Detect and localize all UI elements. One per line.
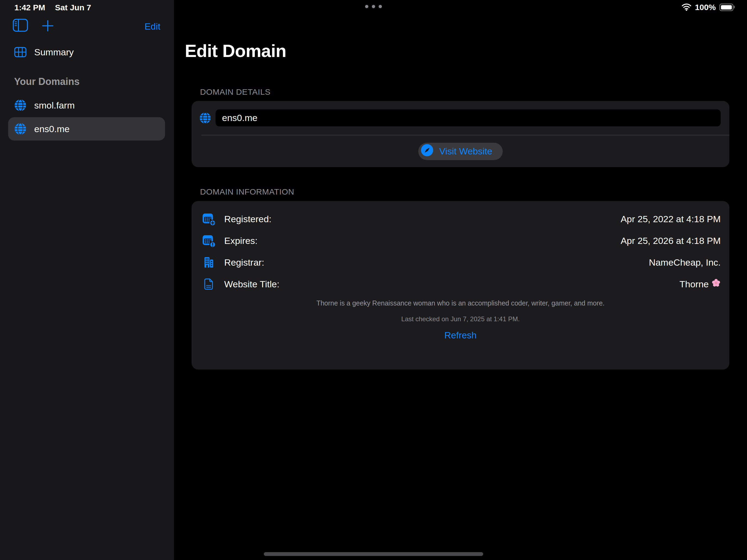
info-row-expires: Expires: Apr 25, 2026 at 4:18 PM [191,230,729,251]
info-label: Website Title: [224,279,279,290]
building-icon [202,256,215,269]
info-row-website-title: Website Title: Thorne [191,273,729,295]
status-date: Sat Jun 7 [55,3,91,12]
edit-button[interactable]: Edit [145,21,160,32]
statusbar-left: 1:42 PM Sat Jun 7 [15,3,91,12]
document-icon [202,277,215,291]
info-value: Apr 25, 2026 at 4:18 PM [620,236,721,246]
domain-name-input[interactable] [215,109,721,127]
sidebar-item-label: ens0.me [34,124,70,134]
domain-information-card: Registered: Apr 25, 2022 at 4:18 PM [191,201,729,370]
multitasking-dots[interactable] [365,5,382,8]
sidebar-item-domain-ens0-me[interactable]: ens0.me [8,117,165,140]
info-label: Expires: [224,236,258,246]
sidebar-item-label: smol.farm [34,100,75,111]
battery-percent: 100% [695,3,716,12]
visit-website-button[interactable]: Visit Website [418,143,503,160]
info-label: Registrar: [224,257,264,268]
sidebar: 1:42 PM Sat Jun 7 [0,0,174,560]
calendar-add-icon [202,212,215,226]
summary-grid-icon [14,47,27,57]
sidebar-item-domain-smol-farm[interactable]: smol.farm [8,94,165,117]
refresh-button[interactable]: Refresh [444,330,476,341]
calendar-alert-icon [202,234,215,247]
domain-details-card: Visit Website [191,101,729,167]
info-row-registered: Registered: Apr 25, 2022 at 4:18 PM [191,208,729,230]
app-screen: 1:42 PM Sat Jun 7 [0,0,747,560]
wifi-icon [681,3,691,12]
sidebar-toggle-icon [12,19,28,33]
status-time: 1:42 PM [15,3,45,12]
safari-compass-icon [421,144,433,158]
domain-details-section-header: DOMAIN DETAILS [200,87,271,97]
visit-website-row: Visit Website [191,135,729,167]
cherry-blossom-emoji [712,278,721,290]
info-row-registrar: Registrar: NameCheap, Inc. [191,251,729,273]
sidebar-item-label: Summary [34,47,74,57]
domain-name-row [191,101,729,135]
last-checked-text: Last checked on Jun 7, 2025 at 1:41 PM. [191,315,729,323]
battery-icon [719,3,733,11]
sidebar-item-summary[interactable]: Summary [8,41,165,64]
home-indicator[interactable] [264,552,483,556]
domain-information-section-header: DOMAIN INFORMATION [200,187,294,196]
statusbar-right: 100% [681,3,733,12]
add-domain-button[interactable] [41,20,54,32]
globe-icon [200,112,211,125]
sidebar-toggle-button[interactable] [12,19,28,32]
visit-website-label: Visit Website [439,146,492,157]
info-value: Thorne [679,278,721,290]
info-value: Apr 25, 2022 at 4:18 PM [620,214,721,224]
sidebar-section-header: Your Domains [14,76,80,87]
globe-icon [14,99,27,111]
info-label: Registered: [224,214,272,224]
info-value: NameCheap, Inc. [649,257,721,268]
plus-icon [42,20,54,33]
page-title: Edit Domain [185,41,286,61]
globe-icon [14,123,27,135]
website-title-text: Thorne [679,279,709,290]
website-description: Thorne is a geeky Renaissance woman who … [203,299,719,307]
